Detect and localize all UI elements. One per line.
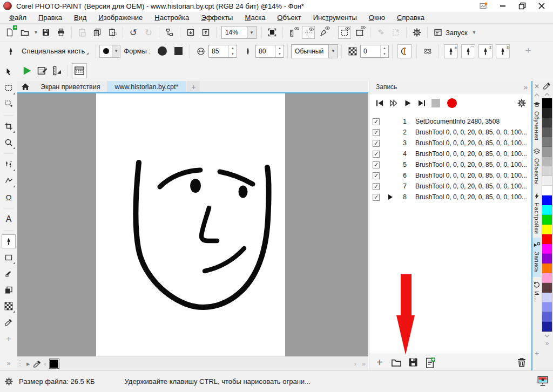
color-swatch[interactable] (542, 205, 552, 215)
palette-overflow-chevron[interactable]: » (362, 360, 366, 367)
zoom-dropdown-arrow[interactable]: ▼ (247, 26, 256, 38)
strip-scroll-up-chevron[interactable] (534, 91, 539, 97)
nib-shape-dropdown[interactable]: ▼ (99, 45, 120, 58)
color-swatch[interactable] (542, 137, 552, 147)
color-swatch[interactable] (542, 215, 552, 225)
menu-item-окно[interactable]: Окно (363, 12, 391, 23)
palette-scroll-up-chevron[interactable] (544, 91, 550, 98)
measure-button[interactable] (51, 64, 64, 77)
home-tab-icon[interactable] (17, 81, 33, 92)
stop-button[interactable] (429, 96, 443, 110)
color-swatch[interactable] (542, 322, 552, 332)
brush-option-3-button[interactable]: z (478, 44, 493, 58)
fast-forward-button[interactable] (387, 96, 401, 110)
color-swatch[interactable] (542, 118, 552, 127)
text-tool[interactable]: A (2, 212, 16, 226)
toolbox-expand-chevron[interactable]: » (6, 359, 10, 367)
step-checkbox[interactable] (373, 161, 380, 168)
eyedropper-tool[interactable] (2, 315, 16, 329)
display-color-icon[interactable] (537, 376, 549, 388)
open-dropdown-arrow[interactable]: ▼ (33, 30, 38, 35)
transparency-arrows[interactable]: ▲▼ (380, 45, 388, 57)
eraser-tool[interactable] (2, 267, 16, 281)
rectangle-mask-tool[interactable] (2, 81, 16, 95)
color-swatch[interactable] (542, 244, 552, 254)
copy-button[interactable] (91, 26, 104, 39)
paste-special-button[interactable] (106, 26, 119, 39)
delete-macro-button[interactable] (516, 356, 528, 368)
docker-tab-graduation-cap[interactable]: Обучения (532, 97, 541, 144)
show-pen-view-button[interactable] (317, 26, 330, 39)
step-checkbox[interactable] (373, 183, 380, 190)
macro-step-row[interactable]: 2BrushTool 0, 0, 0, 20, 0, 85, 0, 0, 100… (369, 127, 532, 138)
fill-tool[interactable] (2, 299, 16, 313)
color-swatch[interactable] (542, 302, 552, 312)
zoom-level-value[interactable]: 14% (222, 29, 247, 36)
object-pick-tool[interactable] (2, 283, 16, 297)
export-button[interactable] (199, 26, 212, 39)
color-swatch[interactable] (542, 127, 552, 137)
nib-size-spinner[interactable]: 85 ▲▼ (208, 45, 237, 58)
recorder-options-gear[interactable] (515, 96, 529, 110)
color-swatch[interactable] (542, 234, 552, 244)
brush-type-label[interactable]: Специальная кисть (22, 47, 89, 55)
macro-step-row[interactable]: 7BrushTool 0, 0, 0, 20, 0, 85, 0, 0, 100… (369, 181, 532, 192)
color-swatch[interactable] (542, 225, 552, 234)
import-button[interactable] (184, 26, 197, 39)
merge-mode-value[interactable]: Обычный (292, 48, 328, 55)
zoom-level-combobox[interactable]: 14% ▼ (221, 26, 257, 39)
color-swatch[interactable] (542, 108, 552, 118)
drag-handle[interactable] (18, 360, 22, 368)
macro-step-row[interactable]: 6BrushTool 0, 0, 0, 20, 0, 85, 0, 0, 100… (369, 170, 532, 181)
close-button[interactable] (536, 1, 548, 11)
minimize-button[interactable] (497, 1, 509, 11)
palette-scroll-down-chevron[interactable] (544, 332, 550, 339)
new-macro-document-button[interactable] (424, 356, 436, 368)
paint-tool[interactable] (2, 234, 16, 248)
menu-item-справка[interactable]: Справка (391, 12, 430, 23)
step-checkbox[interactable] (373, 194, 380, 201)
rectangle-tool[interactable] (2, 251, 16, 265)
symmetry-butterfly-button[interactable] (421, 45, 434, 58)
undo-button[interactable]: ↺ (127, 26, 140, 39)
nib-size-value[interactable]: 85 (209, 48, 228, 55)
add-tool-button[interactable]: + (2, 332, 16, 346)
square-nib-button[interactable] (171, 44, 185, 58)
feather-value[interactable]: 80 (256, 48, 275, 55)
brush-option-4-button[interactable]: s (496, 44, 510, 58)
macro-step-row[interactable]: 5BrushTool 0, 0, 0, 20, 0, 85, 0, 0, 100… (369, 159, 532, 170)
zoom-tool[interactable] (2, 136, 16, 150)
record-button[interactable] (445, 96, 459, 110)
feather-spinner[interactable]: 80 ▲▼ (255, 45, 284, 58)
menu-item-изображение[interactable]: Изображение (92, 12, 149, 23)
docker-collapse-chevron[interactable]: » (524, 83, 528, 91)
document-page[interactable] (96, 93, 285, 356)
save-button[interactable] (39, 26, 52, 39)
menu-item-маска[interactable]: Маска (239, 12, 271, 23)
save-macro-button[interactable] (407, 356, 419, 368)
print-button[interactable] (55, 26, 68, 39)
edit-macro-button[interactable] (36, 64, 49, 77)
step-checkbox[interactable] (373, 129, 380, 136)
docker-tab-layers[interactable]: Объекты (532, 144, 541, 188)
show-mask-marquee-button[interactable] (338, 26, 351, 39)
play-button[interactable] (401, 96, 415, 110)
palette-overflow-chevron[interactable]: » (545, 339, 549, 348)
palette-eyedropper-icon[interactable] (543, 81, 551, 91)
color-swatch[interactable] (542, 293, 552, 302)
new-tab-button[interactable]: + (187, 81, 200, 92)
merge-mode-arrow[interactable]: ▼ (328, 45, 338, 58)
docker-tab-history[interactable]: И... (532, 277, 541, 305)
color-swatch[interactable] (542, 273, 552, 283)
pick-tool[interactable] (2, 65, 16, 79)
color-swatch[interactable] (542, 157, 552, 166)
show-object-marquee-button[interactable] (353, 26, 366, 39)
menu-item-вид[interactable]: Вид (68, 12, 93, 23)
launch-button[interactable]: Запуск ▼ (430, 25, 480, 39)
color-swatch[interactable] (542, 312, 552, 322)
skip-to-start-button[interactable] (373, 96, 387, 110)
menu-item-инструменты[interactable]: Инструменты (307, 12, 363, 23)
add-docker-button[interactable]: + (535, 349, 539, 357)
symmetry-line-button[interactable] (397, 44, 412, 58)
color-swatch[interactable] (542, 254, 552, 263)
